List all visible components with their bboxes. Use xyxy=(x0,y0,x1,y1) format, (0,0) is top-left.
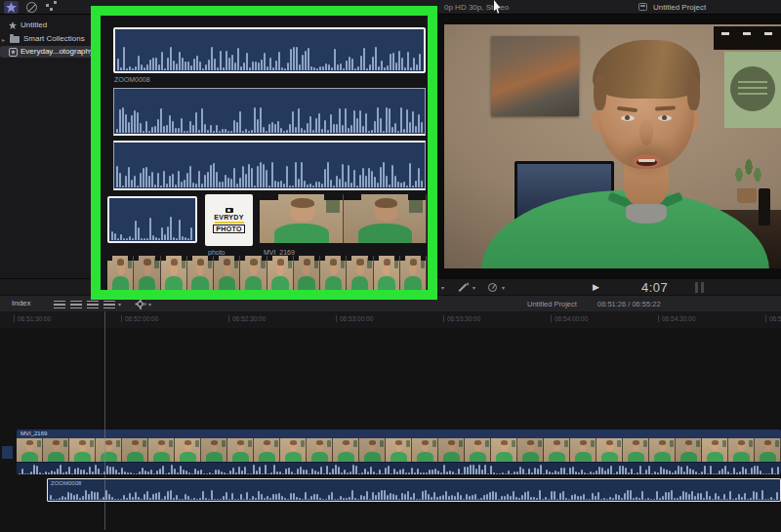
ruler-tick: 06:52:00:00 xyxy=(121,315,158,322)
filmstrip-frame xyxy=(17,438,43,462)
share-nodes-icon[interactable] xyxy=(46,4,49,7)
waveform xyxy=(116,104,423,133)
filmstrip-frame xyxy=(148,438,175,462)
event-star-icon xyxy=(9,21,17,29)
browser-audio-clip-row[interactable] xyxy=(113,141,426,190)
clip-appearance-icon[interactable] xyxy=(87,301,99,308)
browser-audio-clip-row[interactable] xyxy=(113,88,426,136)
settings-gear-icon[interactable] xyxy=(136,300,144,308)
clip-filmstrip xyxy=(17,438,781,462)
fcp-window: 0p HD 30p, Stereo Untitled Project Untit… xyxy=(0,0,781,532)
presenter-tshirt xyxy=(626,204,667,224)
filmstrip-frame xyxy=(728,438,755,462)
filmstrip-frame xyxy=(596,438,623,462)
project-icon xyxy=(638,3,647,11)
sidebar-item-untitled[interactable]: Untitled xyxy=(0,20,93,31)
browser-panel: ZOOM0008 EVRYDY PHOTO photo MVI_2169 xyxy=(101,16,428,290)
presenter-eye xyxy=(621,115,635,121)
viewer-video-frame xyxy=(444,24,781,268)
clip-name-label: ZOOM0008 xyxy=(114,76,150,83)
waveform xyxy=(50,489,778,500)
sidebar-item-label: Smart Collections xyxy=(23,34,85,43)
appearance-chevron-icon[interactable]: ▾ xyxy=(118,301,121,307)
browser-video-filmstrip[interactable] xyxy=(107,256,427,290)
filmstrip-frame xyxy=(755,438,781,462)
sidebar-item-everyday-photography[interactable]: Everyday...otography xyxy=(0,46,93,58)
retime-chevron-icon[interactable]: ▾ xyxy=(502,284,505,291)
play-button[interactable]: ▶ xyxy=(593,282,599,293)
filmstrip-frame xyxy=(386,438,412,462)
round-poster xyxy=(724,52,781,128)
filmstrip-frame xyxy=(344,194,428,243)
enhance-chevron-icon[interactable]: ▾ xyxy=(473,284,475,291)
browser-audio-clip-selected[interactable] xyxy=(113,27,426,73)
folder-icon xyxy=(10,36,20,43)
settings-chevron-icon[interactable]: ▾ xyxy=(148,301,151,307)
ruler-tick: 06:52:30:00 xyxy=(228,315,266,322)
browser-audio-clip-selected[interactable] xyxy=(107,196,197,243)
filmstrip-frame xyxy=(122,438,148,462)
event-icon xyxy=(9,48,18,57)
filmstrip-frame xyxy=(570,438,596,462)
clip-name-label: ZOOM0008 xyxy=(51,480,81,486)
sidebar-item-smart-collections[interactable]: ▸ Smart Collections xyxy=(0,33,93,45)
duration-display: 4:07 xyxy=(641,280,668,295)
timeline-ruler[interactable]: 06:51:30:0006:52:00:0006:52:30:0006:53:0… xyxy=(0,310,781,329)
clip-audio-waveform xyxy=(17,462,781,474)
clip-appearance-icon[interactable] xyxy=(70,301,82,308)
timeline-audio-clip-selected[interactable]: ZOOM0008 xyxy=(47,478,781,502)
filmstrip-frame xyxy=(107,256,134,290)
index-button[interactable]: Index xyxy=(12,299,31,307)
playhead[interactable] xyxy=(104,311,105,530)
plant xyxy=(731,157,764,190)
highlight-box: ZOOM0008 EVRYDY PHOTO photo MVI_2169 xyxy=(91,6,437,300)
presenter-hair xyxy=(593,40,700,99)
retime-icon[interactable] xyxy=(488,283,497,292)
browser-photo-clip[interactable]: EVRYDY PHOTO xyxy=(205,194,253,246)
media-browser-icon[interactable] xyxy=(26,2,37,13)
filmstrip-frame xyxy=(320,256,347,290)
filmstrip-frame xyxy=(134,256,160,290)
filmstrip-frame xyxy=(359,438,386,462)
clip-name-label: MVI_2169 xyxy=(264,249,295,256)
filmstrip-frame xyxy=(374,256,400,290)
audio-meters-icon[interactable] xyxy=(695,282,705,293)
filmstrip-frame xyxy=(400,256,427,290)
presenter-mouth xyxy=(633,154,661,169)
filmstrip-frame xyxy=(240,256,267,290)
clip-appearance-icon[interactable] xyxy=(103,301,115,308)
filmstrip-frame xyxy=(465,438,491,462)
filmstrip-frame xyxy=(280,438,307,462)
clip-fragment[interactable] xyxy=(2,446,13,459)
filmstrip-frame xyxy=(294,256,320,290)
waveform xyxy=(116,159,423,187)
filmstrip-frame xyxy=(254,438,280,462)
plant-pot xyxy=(737,188,757,203)
presenter-hair xyxy=(687,75,700,110)
filmstrip-frame xyxy=(517,438,544,462)
brand-text: PHOTO xyxy=(213,225,244,233)
enhance-wand-icon[interactable] xyxy=(459,282,470,293)
timeline-video-clip[interactable]: MVI_2169 xyxy=(17,430,781,474)
filmstrip-frame xyxy=(333,438,359,462)
tool-menu-chevron-icon[interactable]: ▾ xyxy=(441,284,444,291)
browser-video-clip[interactable] xyxy=(260,194,427,243)
ruler-tick: 06:53:00:00 xyxy=(336,315,373,322)
clip-appearance-icon[interactable] xyxy=(54,301,65,308)
waveform xyxy=(111,214,193,240)
sidebar-item-label: Untitled xyxy=(21,20,47,29)
timeline-timecode: 06:51:26 / 06:55:22 xyxy=(597,300,661,308)
viewer-panel xyxy=(437,14,781,278)
clip-name-label: MVI_2169 xyxy=(17,430,781,438)
ruler-tick: 06:55:00:00 xyxy=(765,315,781,322)
filmstrip-frame xyxy=(347,256,373,290)
filmstrip-frame xyxy=(412,438,438,462)
sidebar-item-label: Everyday...otography xyxy=(21,47,93,56)
filmstrip-frame xyxy=(438,438,465,462)
filmstrip-frame xyxy=(649,438,676,462)
disclosure-caret-icon[interactable]: ▸ xyxy=(2,36,5,43)
library-sidebar: Untitled ▸ Smart Collections Everyday...… xyxy=(0,14,94,298)
filmstrip-frame xyxy=(267,256,294,290)
waveform xyxy=(19,464,779,474)
waveform xyxy=(117,44,422,70)
